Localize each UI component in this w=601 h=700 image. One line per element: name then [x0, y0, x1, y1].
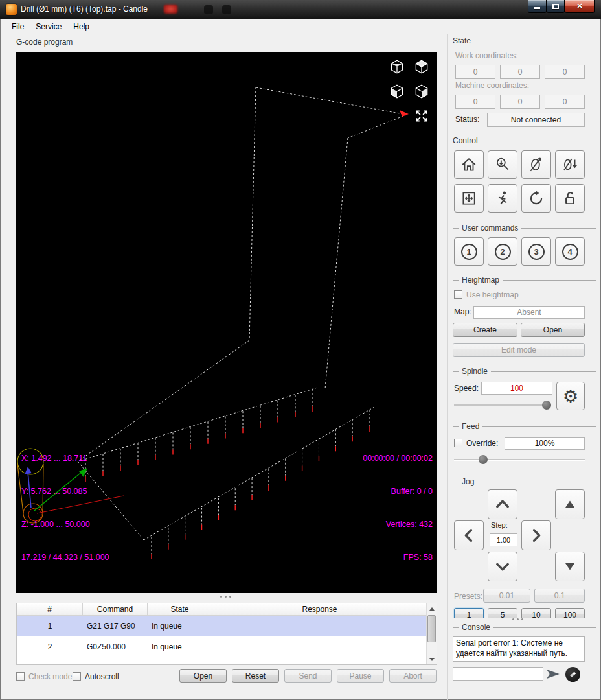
console-clear-button[interactable] — [565, 667, 580, 682]
titlebar[interactable]: Drill (Ø1 mm) (T6) (Top).tap - Candle ✕ — [0, 0, 601, 19]
console-send-button[interactable] — [546, 669, 560, 682]
open-file-button[interactable]: Open — [179, 669, 227, 682]
paper-plane-icon — [546, 669, 560, 679]
minimize-button[interactable] — [528, 0, 547, 13]
jog-y-minus-button[interactable] — [488, 552, 517, 581]
unlock-button[interactable] — [555, 184, 585, 213]
table-row[interactable]: 1 G21 G17 G90 In queue — [17, 616, 427, 636]
toolpath-3d-viewport[interactable]: X: 1.492 ... 18.711 Y: 5.762 ... 50.085 … — [16, 52, 437, 593]
user-command-1-button[interactable]: 1 — [454, 237, 484, 266]
safe-position-button[interactable] — [488, 184, 517, 213]
table-row[interactable]: 3 X18.711Y50.0856 In queue — [17, 657, 427, 665]
work-z-field: 0 — [545, 65, 585, 79]
user-command-3-button[interactable]: 3 — [521, 237, 551, 266]
jog-preset-0.1-button: 0.1 — [534, 589, 585, 603]
feed-group-title: Feed — [453, 422, 596, 431]
render-stats-info: 00:00:00 / 00:00:02 Buffer: 0 / 0 Vertic… — [363, 431, 433, 585]
home-icon — [460, 156, 477, 173]
work-coordinates-label: Work coordinates: — [455, 51, 518, 60]
reset-button[interactable]: Reset — [232, 669, 279, 682]
col-header-command[interactable]: Command — [83, 603, 148, 615]
console-command-input[interactable] — [453, 667, 543, 681]
fit-to-view-button[interactable] — [412, 106, 431, 126]
scroll-up-button[interactable] — [427, 603, 437, 614]
panel-splitter-handle[interactable] — [512, 618, 523, 620]
titlebar-artifact — [222, 5, 231, 14]
titlebar-artifact — [204, 5, 213, 14]
view-front-button[interactable] — [387, 82, 407, 101]
table-header-row: # Command State Response — [17, 603, 427, 616]
menu-help[interactable]: Help — [67, 19, 95, 34]
close-button[interactable]: ✕ — [565, 0, 595, 13]
jog-preset-0.01-button: 0.01 — [483, 589, 530, 603]
col-header-state[interactable]: State — [148, 603, 212, 615]
jog-step-input[interactable] — [490, 533, 517, 546]
map-label: Map: — [454, 307, 471, 316]
spindle-group-title: Spindle — [453, 367, 596, 376]
maximize-button[interactable] — [547, 0, 565, 13]
spindle-toggle-button[interactable]: ⚙ — [556, 382, 585, 410]
heightmap-group-title: Heightmap — [453, 275, 596, 285]
unlock-padlock-icon — [561, 190, 578, 207]
recording-indicator-artifact — [164, 5, 177, 14]
scroll-down-button[interactable] — [427, 654, 437, 664]
col-header-response[interactable]: Response — [212, 603, 427, 615]
menu-service[interactable]: Service — [30, 19, 67, 34]
spindle-speed-slider[interactable] — [454, 404, 551, 406]
jog-preset-5-button[interactable]: 5 — [488, 608, 517, 618]
user-command-4-button[interactable]: 4 — [555, 237, 585, 266]
console-log[interactable]: Serial port error 1: Системе не удается … — [453, 636, 585, 662]
console-group-title: Console — [453, 623, 596, 632]
heightmap-create-button[interactable]: Create — [453, 323, 517, 337]
feed-override-input[interactable] — [505, 437, 585, 450]
abort-button: Abort — [389, 669, 437, 682]
jog-x-plus-button[interactable] — [521, 520, 551, 550]
spindle-speed-label: Speed: — [454, 384, 479, 393]
work-x-field: 0 — [455, 65, 495, 79]
status-label: Status: — [455, 115, 479, 124]
restore-origin-button[interactable] — [454, 184, 484, 213]
menubar: File Service Help — [1, 19, 600, 34]
scrollbar-thumb[interactable] — [427, 615, 436, 642]
jog-z-plus-button[interactable] — [555, 489, 585, 519]
table-scrollbar[interactable] — [426, 603, 437, 664]
home-button[interactable] — [454, 150, 484, 179]
z-probe-button[interactable] — [488, 150, 517, 179]
jog-z-minus-button[interactable] — [555, 552, 585, 581]
work-y-field: 0 — [500, 65, 540, 79]
close-icon: ✕ — [565, 0, 594, 12]
chevron-down-icon — [493, 557, 512, 576]
jog-preset-10-button[interactable]: 10 — [521, 608, 551, 618]
view-isometric-button[interactable] — [387, 57, 407, 76]
jog-preset-100-button[interactable]: 100 — [555, 608, 585, 618]
menu-file[interactable]: File — [6, 19, 30, 34]
pause-button: Pause — [337, 669, 384, 682]
col-header-num[interactable]: # — [17, 603, 83, 615]
chevron-left-icon — [460, 526, 478, 544]
vertical-splitter-handle[interactable] — [220, 596, 231, 598]
circled-4-icon: 4 — [562, 244, 578, 260]
jog-x-minus-button[interactable] — [454, 520, 484, 550]
autoscroll-label: Autoscroll — [85, 672, 119, 681]
zero-z-button[interactable] — [555, 150, 585, 179]
arrow-up-icon — [429, 607, 435, 611]
spindle-speed-input[interactable] — [481, 382, 552, 395]
feed-slider-handle[interactable] — [479, 455, 488, 464]
user-command-2-button[interactable]: 2 — [488, 237, 517, 266]
feed-override-checkbox[interactable] — [454, 439, 462, 447]
table-row[interactable]: 2 G0Z50.000 In queue — [17, 636, 427, 657]
autoscroll-checkbox[interactable] — [73, 672, 81, 681]
zero-xy-icon — [528, 156, 545, 173]
spindle-slider-handle[interactable] — [542, 401, 551, 410]
zero-xy-button[interactable] — [521, 150, 551, 179]
jog-preset-1-button[interactable]: 1 — [454, 608, 484, 618]
view-top-button[interactable] — [412, 57, 431, 76]
gcode-program-group-label: G-code program — [16, 38, 73, 47]
map-value-field: Absent — [473, 306, 585, 319]
view-left-button[interactable] — [412, 82, 431, 101]
feed-override-slider[interactable] — [454, 459, 585, 461]
heightmap-open-button[interactable]: Open — [521, 323, 585, 337]
jog-y-plus-button[interactable] — [488, 489, 517, 519]
jog-group: Jog Step: Presets: 0.01 — [448, 477, 601, 618]
reset-grbl-button[interactable] — [521, 184, 551, 213]
